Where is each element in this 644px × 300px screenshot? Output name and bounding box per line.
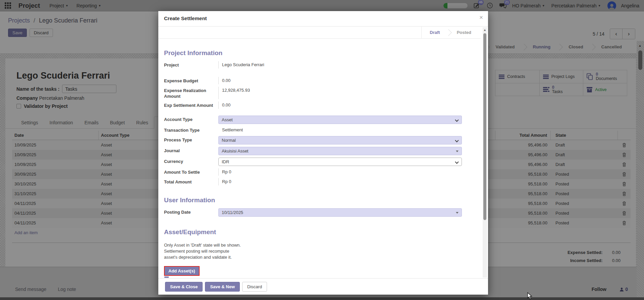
chevron-down-icon — [455, 118, 459, 122]
amount-to-settle-label: Amount To Settle — [164, 168, 215, 176]
add-assets-button[interactable]: Add Asset(s) — [164, 266, 200, 276]
chevron-down-icon — [455, 138, 459, 142]
project-value: Lego Scuderia Ferrari — [218, 61, 462, 69]
section-asset-equipment: Asset/Equipment — [164, 228, 462, 236]
total-amount-value: Rp 0 — [218, 178, 462, 185]
exp-settlement-value: 0.00 — [218, 101, 462, 109]
process-type-label: Process Type — [164, 136, 215, 144]
section-project-information: Project Information — [164, 49, 462, 57]
expense-budget-value: 0.00 — [218, 77, 462, 84]
dialog-body: Project Information Project Lego Scuderi… — [158, 39, 481, 278]
project-label: Project — [164, 61, 215, 69]
exp-settlement-label: Exp Settlement Amount — [164, 101, 215, 109]
transaction-type-value: Settlement — [218, 126, 462, 134]
expense-realization-value: 12,928,475.93 — [218, 87, 462, 99]
account-type-label: Account Type — [164, 116, 215, 124]
mouse-cursor — [527, 292, 533, 300]
caret-down-icon — [456, 212, 459, 214]
close-icon[interactable]: × — [479, 14, 483, 21]
caret-down-icon — [456, 151, 459, 152]
dialog-title: Create Settlement — [164, 15, 207, 21]
asset-note-line: Only Asset in 'Draft' state will be show… — [164, 242, 462, 248]
state-posted[interactable]: Posted — [451, 30, 477, 35]
amount-to-settle-value: Rp 0 — [218, 168, 462, 176]
account-type-select[interactable]: Asset — [218, 116, 462, 124]
dialog-scrollbar[interactable]: ▲ — [483, 27, 487, 277]
create-settlement-dialog: Create Settlement × Draft Posted ▲ Proje… — [158, 11, 488, 295]
expense-budget-label: Expense Budget — [164, 77, 215, 84]
chevron-down-icon — [455, 160, 459, 164]
scroll-up-icon[interactable]: ▲ — [483, 28, 486, 32]
asset-note-line: asset's depreciation and validate it. — [164, 254, 462, 260]
state-draft[interactable]: Draft — [424, 30, 446, 35]
dialog-scrollbar-thumb[interactable] — [483, 33, 486, 220]
asset-note-line: Settlement posting will recompute — [164, 248, 462, 254]
total-amount-label: Total Amount — [164, 178, 215, 185]
dialog-statusbar: Draft Posted — [158, 27, 481, 39]
save-and-new-button[interactable]: Save & New — [205, 282, 240, 292]
currency-select[interactable]: IDR — [218, 158, 462, 166]
journal-label: Journal — [164, 147, 215, 155]
posting-date-select[interactable]: 10/11/2025 — [218, 208, 462, 217]
journal-select[interactable]: Akuisisi Asset — [218, 147, 462, 155]
dialog-footer: Save & Close Save & New Discard — [158, 278, 488, 295]
clipped-section-heading-fragment — [164, 276, 169, 278]
expense-realization-label: Expense Realization Amount — [164, 87, 215, 99]
currency-label: Currency — [164, 158, 215, 166]
posting-date-label: Posting Date — [164, 208, 215, 217]
dialog-header: Create Settlement × — [158, 11, 488, 27]
transaction-type-label: Transaction Type — [164, 126, 215, 134]
section-user-information: User Information — [164, 197, 462, 204]
dialog-discard-button[interactable]: Discard — [242, 282, 267, 292]
process-type-select[interactable]: Normal — [218, 136, 462, 144]
save-and-close-button[interactable]: Save & Close — [165, 282, 203, 292]
